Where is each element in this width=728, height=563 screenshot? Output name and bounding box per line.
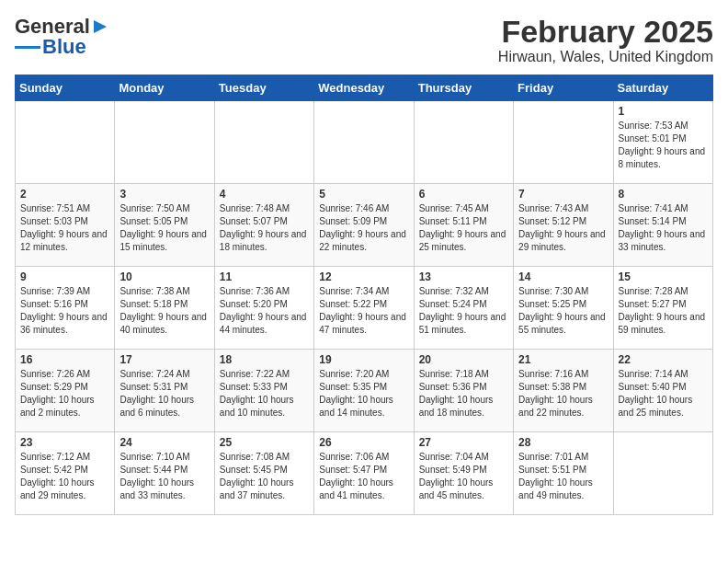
calendar-week-1: 1Sunrise: 7:53 AM Sunset: 5:01 PM Daylig… (16, 101, 713, 184)
calendar-cell: 6Sunrise: 7:45 AM Sunset: 5:11 PM Daylig… (414, 184, 513, 267)
day-info: Sunrise: 7:12 AM Sunset: 5:42 PM Dayligh… (20, 451, 109, 502)
col-sunday: Sunday (16, 75, 115, 101)
day-number: 17 (119, 353, 209, 366)
calendar-cell: 15Sunrise: 7:28 AM Sunset: 5:27 PM Dayli… (613, 267, 712, 350)
day-number: 19 (319, 353, 408, 366)
day-info: Sunrise: 7:16 AM Sunset: 5:38 PM Dayligh… (518, 368, 608, 419)
calendar-cell: 17Sunrise: 7:24 AM Sunset: 5:31 PM Dayli… (115, 350, 214, 432)
logo-arrow-icon (90, 17, 110, 37)
calendar-cell: 11Sunrise: 7:36 AM Sunset: 5:20 PM Dayli… (214, 267, 313, 350)
day-number: 24 (119, 436, 209, 449)
calendar-table: Sunday Monday Tuesday Wednesday Thursday… (15, 75, 713, 515)
day-number: 25 (220, 436, 309, 449)
calendar-cell: 20Sunrise: 7:18 AM Sunset: 5:36 PM Dayli… (414, 350, 513, 432)
calendar-cell (314, 101, 414, 184)
day-info: Sunrise: 7:51 AM Sunset: 5:03 PM Dayligh… (20, 202, 109, 254)
day-info: Sunrise: 7:38 AM Sunset: 5:18 PM Dayligh… (119, 285, 209, 337)
calendar-week-2: 2Sunrise: 7:51 AM Sunset: 5:03 PM Daylig… (16, 184, 713, 267)
day-info: Sunrise: 7:43 AM Sunset: 5:12 PM Dayligh… (518, 202, 608, 254)
day-info: Sunrise: 7:14 AM Sunset: 5:40 PM Dayligh… (619, 368, 708, 419)
calendar-cell: 4Sunrise: 7:48 AM Sunset: 5:07 PM Daylig… (214, 184, 313, 267)
calendar-cell: 21Sunrise: 7:16 AM Sunset: 5:38 PM Dayli… (514, 350, 613, 432)
day-info: Sunrise: 7:22 AM Sunset: 5:33 PM Dayligh… (220, 368, 309, 419)
day-number: 14 (518, 270, 608, 283)
calendar-cell: 2Sunrise: 7:51 AM Sunset: 5:03 PM Daylig… (16, 184, 115, 267)
calendar-cell (414, 101, 513, 184)
day-number: 4 (220, 188, 309, 201)
calendar-title: February 2025 (498, 15, 713, 49)
day-number: 27 (419, 436, 508, 449)
day-number: 13 (419, 270, 508, 283)
day-number: 20 (419, 353, 508, 366)
day-number: 18 (220, 353, 309, 366)
day-info: Sunrise: 7:39 AM Sunset: 5:16 PM Dayligh… (20, 285, 109, 337)
day-number: 12 (319, 270, 408, 283)
day-info: Sunrise: 7:18 AM Sunset: 5:36 PM Dayligh… (419, 368, 508, 419)
calendar-cell: 23Sunrise: 7:12 AM Sunset: 5:42 PM Dayli… (16, 432, 115, 515)
calendar-cell (214, 101, 313, 184)
day-info: Sunrise: 7:32 AM Sunset: 5:24 PM Dayligh… (419, 285, 508, 337)
calendar-week-4: 16Sunrise: 7:26 AM Sunset: 5:29 PM Dayli… (16, 350, 713, 432)
col-tuesday: Tuesday (214, 75, 313, 101)
calendar-body: 1Sunrise: 7:53 AM Sunset: 5:01 PM Daylig… (16, 101, 713, 515)
day-info: Sunrise: 7:06 AM Sunset: 5:47 PM Dayligh… (319, 451, 408, 502)
calendar-cell: 18Sunrise: 7:22 AM Sunset: 5:33 PM Dayli… (214, 350, 313, 432)
col-thursday: Thursday (414, 75, 513, 101)
day-number: 15 (619, 270, 708, 283)
calendar-cell: 9Sunrise: 7:39 AM Sunset: 5:16 PM Daylig… (16, 267, 115, 350)
calendar-cell: 5Sunrise: 7:46 AM Sunset: 5:09 PM Daylig… (314, 184, 414, 267)
calendar-cell (16, 101, 115, 184)
calendar-cell (115, 101, 214, 184)
calendar-cell: 25Sunrise: 7:08 AM Sunset: 5:45 PM Dayli… (214, 432, 313, 515)
calendar-cell: 1Sunrise: 7:53 AM Sunset: 5:01 PM Daylig… (613, 101, 712, 184)
day-number: 8 (619, 188, 708, 201)
day-number: 23 (20, 436, 109, 449)
calendar-cell: 16Sunrise: 7:26 AM Sunset: 5:29 PM Dayli… (16, 350, 115, 432)
day-info: Sunrise: 7:01 AM Sunset: 5:51 PM Dayligh… (518, 451, 608, 502)
calendar-cell: 12Sunrise: 7:34 AM Sunset: 5:22 PM Dayli… (314, 267, 414, 350)
calendar-cell: 19Sunrise: 7:20 AM Sunset: 5:35 PM Dayli… (314, 350, 414, 432)
day-info: Sunrise: 7:48 AM Sunset: 5:07 PM Dayligh… (220, 202, 309, 254)
day-info: Sunrise: 7:50 AM Sunset: 5:05 PM Dayligh… (119, 202, 209, 254)
day-number: 7 (518, 188, 608, 201)
logo: General Blue (15, 15, 110, 59)
calendar-week-5: 23Sunrise: 7:12 AM Sunset: 5:42 PM Dayli… (16, 432, 713, 515)
calendar-cell: 26Sunrise: 7:06 AM Sunset: 5:47 PM Dayli… (314, 432, 414, 515)
col-monday: Monday (115, 75, 214, 101)
day-info: Sunrise: 7:45 AM Sunset: 5:11 PM Dayligh… (419, 202, 508, 254)
col-saturday: Saturday (613, 75, 712, 101)
day-number: 9 (20, 270, 109, 283)
calendar-title-block: February 2025 Hirwaun, Wales, United Kin… (498, 15, 713, 65)
day-info: Sunrise: 7:53 AM Sunset: 5:01 PM Dayligh… (619, 120, 708, 171)
day-info: Sunrise: 7:10 AM Sunset: 5:44 PM Dayligh… (119, 451, 209, 502)
day-info: Sunrise: 7:26 AM Sunset: 5:29 PM Dayligh… (20, 368, 109, 419)
day-info: Sunrise: 7:46 AM Sunset: 5:09 PM Dayligh… (319, 202, 408, 254)
day-number: 28 (518, 436, 608, 449)
day-info: Sunrise: 7:41 AM Sunset: 5:14 PM Dayligh… (619, 202, 708, 254)
col-friday: Friday (514, 75, 613, 101)
day-number: 22 (619, 353, 708, 366)
calendar-cell: 28Sunrise: 7:01 AM Sunset: 5:51 PM Dayli… (514, 432, 613, 515)
calendar-cell: 24Sunrise: 7:10 AM Sunset: 5:44 PM Dayli… (115, 432, 214, 515)
day-number: 11 (220, 270, 309, 283)
header-row: Sunday Monday Tuesday Wednesday Thursday… (16, 75, 713, 101)
day-number: 26 (319, 436, 408, 449)
logo-blue-text: Blue (42, 35, 86, 59)
calendar-header: Sunday Monday Tuesday Wednesday Thursday… (16, 75, 713, 101)
calendar-cell: 8Sunrise: 7:41 AM Sunset: 5:14 PM Daylig… (613, 184, 712, 267)
day-number: 1 (619, 105, 708, 118)
day-info: Sunrise: 7:24 AM Sunset: 5:31 PM Dayligh… (119, 368, 209, 419)
day-info: Sunrise: 7:30 AM Sunset: 5:25 PM Dayligh… (518, 285, 608, 337)
day-info: Sunrise: 7:04 AM Sunset: 5:49 PM Dayligh… (419, 451, 508, 502)
calendar-cell: 27Sunrise: 7:04 AM Sunset: 5:49 PM Dayli… (414, 432, 513, 515)
day-info: Sunrise: 7:28 AM Sunset: 5:27 PM Dayligh… (619, 285, 708, 337)
calendar-cell: 3Sunrise: 7:50 AM Sunset: 5:05 PM Daylig… (115, 184, 214, 267)
day-number: 10 (119, 270, 209, 283)
day-info: Sunrise: 7:36 AM Sunset: 5:20 PM Dayligh… (220, 285, 309, 337)
calendar-cell: 22Sunrise: 7:14 AM Sunset: 5:40 PM Dayli… (613, 350, 712, 432)
calendar-cell: 13Sunrise: 7:32 AM Sunset: 5:24 PM Dayli… (414, 267, 513, 350)
calendar-week-3: 9Sunrise: 7:39 AM Sunset: 5:16 PM Daylig… (16, 267, 713, 350)
calendar-cell (613, 432, 712, 515)
svg-marker-0 (94, 20, 107, 33)
calendar-cell: 10Sunrise: 7:38 AM Sunset: 5:18 PM Dayli… (115, 267, 214, 350)
